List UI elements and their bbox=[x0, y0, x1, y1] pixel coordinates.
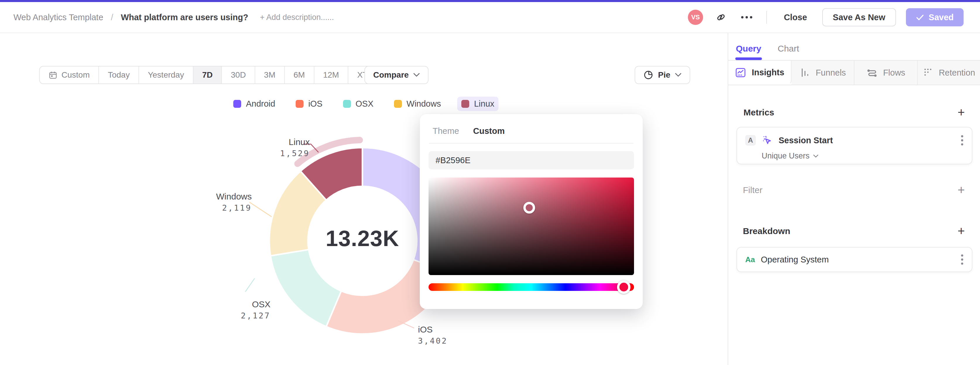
share-link-button[interactable] bbox=[713, 10, 729, 25]
slice-label-name: OSX bbox=[241, 300, 270, 309]
leader-line-osx bbox=[245, 278, 255, 292]
date-range-6m[interactable]: 6M bbox=[285, 67, 314, 83]
view-label: Insights bbox=[752, 68, 784, 77]
filter-title: Filter bbox=[743, 185, 762, 195]
date-range-label: Today bbox=[108, 70, 130, 80]
date-range-label: Yesterday bbox=[148, 70, 184, 80]
legend-item-android[interactable]: Android bbox=[229, 97, 279, 111]
legend-item-osx[interactable]: OSX bbox=[339, 97, 378, 111]
kebab-icon bbox=[961, 134, 964, 146]
date-range-label: 6M bbox=[294, 70, 305, 80]
chart-type-label: Pie bbox=[658, 70, 670, 80]
date-range-12m[interactable]: 12M bbox=[314, 67, 348, 83]
saturation-area[interactable] bbox=[428, 177, 634, 275]
add-description-button[interactable]: + Add description...... bbox=[260, 13, 334, 22]
saved-button-label: Saved bbox=[929, 13, 954, 22]
metric-event-name: Session Start bbox=[779, 135, 833, 145]
legend-label: iOS bbox=[308, 99, 322, 109]
analysis-view-switcher: Insights Funnels Flows Retention bbox=[728, 60, 980, 85]
date-range-custom[interactable]: Custom bbox=[40, 67, 99, 83]
metrics-section-header: Metrics + bbox=[728, 106, 980, 119]
report-header: Web Analytics Template / What platform a… bbox=[0, 2, 980, 33]
legend-label: Linux bbox=[474, 99, 494, 109]
slice-label-value: 3,402 bbox=[418, 336, 447, 345]
tab-theme[interactable]: Theme bbox=[433, 126, 459, 136]
kebab-icon bbox=[961, 254, 964, 265]
breakdown-section-header: Breakdown + bbox=[728, 225, 980, 237]
legend-swatch-windows bbox=[394, 100, 402, 108]
top-accent-bar bbox=[0, 0, 980, 2]
header-actions: VS Close Save As New Saved bbox=[688, 8, 980, 26]
legend-swatch-osx bbox=[343, 100, 351, 108]
slice-label-value: 2,119 bbox=[216, 203, 252, 212]
date-range-today[interactable]: Today bbox=[99, 67, 139, 83]
chart-legend: Android iOS OSX Windows Linux bbox=[0, 97, 728, 111]
hue-slider[interactable] bbox=[428, 283, 634, 291]
leader-line-windows bbox=[250, 202, 272, 217]
donut-slice-osx[interactable] bbox=[270, 250, 341, 327]
date-range-3m[interactable]: 3M bbox=[255, 67, 285, 83]
slice-label-value: 2,127 bbox=[241, 311, 270, 320]
slice-label-windows: Windows 2,119 bbox=[216, 191, 252, 212]
slice-label-osx: OSX 2,127 bbox=[241, 300, 270, 320]
calendar-icon bbox=[49, 70, 57, 80]
insights-icon bbox=[735, 67, 746, 78]
close-button[interactable]: Close bbox=[779, 13, 812, 22]
date-range-30d[interactable]: 30D bbox=[222, 67, 255, 83]
view-flows[interactable]: Flows bbox=[854, 61, 918, 84]
legend-item-linux[interactable]: Linux bbox=[457, 97, 498, 111]
color-picker-tabs: Theme Custom bbox=[428, 124, 634, 143]
legend-label: Windows bbox=[407, 99, 441, 109]
legend-swatch-android bbox=[233, 100, 241, 108]
tab-custom[interactable]: Custom bbox=[473, 126, 504, 136]
saved-button[interactable]: Saved bbox=[906, 8, 964, 26]
analytics-report-page: Web Analytics Template / What platform a… bbox=[0, 0, 980, 365]
slice-label-linux: Linux 1,529 bbox=[280, 137, 310, 158]
avatar[interactable]: VS bbox=[688, 10, 703, 25]
save-as-new-button[interactable]: Save As New bbox=[822, 8, 896, 26]
more-options-button[interactable] bbox=[739, 10, 755, 25]
tab-chart[interactable]: Chart bbox=[778, 44, 799, 60]
color-picker-popup: Theme Custom bbox=[420, 114, 643, 309]
date-range-yesterday[interactable]: Yesterday bbox=[139, 67, 194, 83]
view-funnels[interactable]: Funnels bbox=[791, 61, 855, 84]
chevron-down-icon bbox=[413, 73, 420, 77]
metric-options-button[interactable] bbox=[961, 134, 964, 146]
breakdown-title: Breakdown bbox=[743, 226, 790, 236]
legend-swatch-ios bbox=[296, 100, 304, 108]
hue-slider-handle[interactable] bbox=[617, 281, 630, 294]
slice-label-value: 1,529 bbox=[280, 149, 310, 158]
compare-label: Compare bbox=[373, 70, 409, 80]
report-title[interactable]: What platform are users using? bbox=[121, 13, 248, 22]
tab-query[interactable]: Query bbox=[736, 44, 761, 60]
legend-label: OSX bbox=[356, 99, 374, 109]
legend-item-windows[interactable]: Windows bbox=[390, 97, 445, 111]
query-sidebar: Query Chart Insights Funnels bbox=[728, 33, 980, 365]
view-insights[interactable]: Insights bbox=[728, 61, 791, 84]
view-retention[interactable]: Retention bbox=[918, 61, 980, 84]
view-label: Funnels bbox=[816, 68, 846, 78]
add-metric-button[interactable]: + bbox=[958, 106, 965, 119]
hex-color-input[interactable] bbox=[428, 151, 634, 169]
date-range-label: Custom bbox=[62, 70, 89, 80]
slice-label-name: Windows bbox=[216, 191, 252, 202]
funnels-icon bbox=[799, 67, 811, 78]
add-filter-button[interactable]: + bbox=[958, 184, 965, 196]
link-icon bbox=[715, 11, 727, 23]
breakdown-options-button[interactable] bbox=[961, 254, 964, 265]
view-label: Retention bbox=[939, 68, 975, 78]
event-sparkle-icon bbox=[762, 135, 773, 146]
metric-card[interactable]: A Session Start Unique Users bbox=[737, 127, 972, 164]
date-range-7d[interactable]: 7D bbox=[194, 67, 222, 83]
chart-type-button[interactable]: Pie bbox=[635, 66, 690, 84]
legend-swatch-linux bbox=[461, 100, 469, 108]
compare-button[interactable]: Compare bbox=[364, 66, 428, 84]
metric-aggregation-dropdown[interactable]: Unique Users bbox=[762, 151, 964, 161]
retention-icon bbox=[922, 67, 934, 78]
legend-item-ios[interactable]: iOS bbox=[291, 97, 326, 111]
breadcrumb-parent-link[interactable]: Web Analytics Template bbox=[13, 13, 103, 22]
add-breakdown-button[interactable]: + bbox=[958, 225, 965, 237]
chevron-down-icon bbox=[675, 73, 681, 77]
breakdown-card[interactable]: Aa Operating System bbox=[737, 247, 972, 272]
saturation-handle[interactable] bbox=[523, 202, 535, 214]
